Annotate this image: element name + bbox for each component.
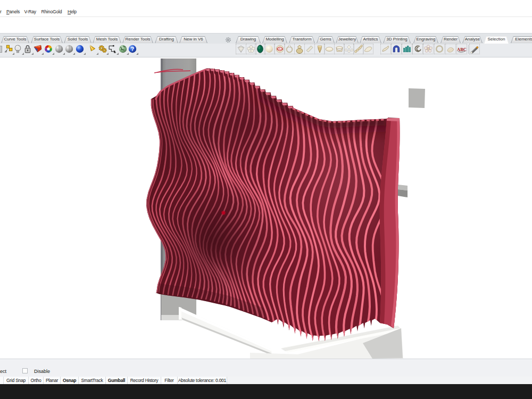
svg-text:?: ? <box>131 46 134 52</box>
svg-text:SALE: SALE <box>277 48 283 51</box>
